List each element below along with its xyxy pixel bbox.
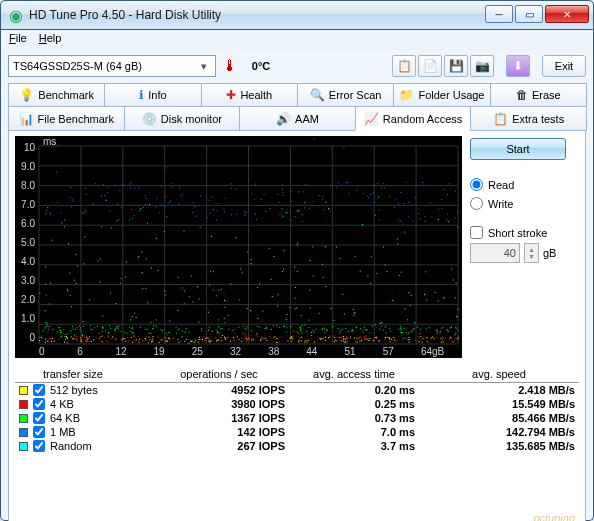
maximize-button[interactable]: ▭ (515, 5, 543, 23)
row-speed: 2.418 MB/s (419, 383, 579, 398)
row-speed: 15.549 MB/s (419, 397, 579, 411)
tab-aam[interactable]: 🔊AAM (239, 107, 356, 131)
row-checkbox[interactable] (33, 412, 45, 424)
svg-rect-805 (116, 220, 117, 221)
svg-rect-698 (70, 197, 71, 198)
svg-rect-785 (39, 293, 40, 294)
svg-rect-821 (141, 252, 142, 253)
svg-rect-931 (164, 231, 165, 232)
svg-rect-714 (270, 208, 271, 209)
device-select[interactable]: TS64GSSD25S-M (64 gB) ▾ (8, 55, 216, 77)
svg-rect-127 (205, 338, 206, 339)
svg-rect-28 (319, 338, 320, 339)
row-checkbox[interactable] (33, 384, 45, 396)
svg-rect-768 (83, 212, 84, 213)
svg-rect-914 (239, 299, 240, 300)
svg-rect-982 (47, 207, 48, 208)
svg-rect-453 (47, 324, 48, 325)
svg-rect-603 (146, 198, 147, 199)
tab-health[interactable]: ✚Health (201, 83, 298, 107)
tab-disk-monitor[interactable]: 💿Disk monitor (124, 107, 241, 131)
svg-rect-719 (346, 182, 347, 183)
stroke-spinner[interactable]: ▲▼ (524, 243, 539, 263)
tab-info[interactable]: ℹInfo (104, 83, 201, 107)
svg-rect-972 (453, 280, 454, 281)
svg-rect-577 (231, 188, 232, 189)
header-speed: avg. speed (419, 366, 579, 383)
svg-rect-780 (286, 319, 287, 320)
refresh-button[interactable]: ⬇ (506, 55, 530, 77)
svg-rect-374 (122, 337, 123, 338)
svg-rect-221 (208, 339, 209, 340)
short-stroke-checkbox[interactable]: Short stroke (470, 226, 568, 239)
x-axis-labels: 06121925323844515764gB (39, 346, 459, 357)
svg-rect-843 (76, 283, 77, 284)
tab-file-benchmark[interactable]: 📊File Benchmark (8, 107, 125, 131)
svg-rect-813 (210, 271, 211, 272)
copy-text-button[interactable]: 📄 (418, 55, 442, 77)
svg-rect-81 (198, 342, 199, 343)
svg-rect-171 (194, 342, 195, 343)
svg-rect-206 (256, 334, 257, 335)
tab-folder-usage[interactable]: 📁Folder Usage (393, 83, 490, 107)
tab-error-scan[interactable]: 🔍Error Scan (297, 83, 394, 107)
svg-rect-278 (346, 336, 347, 337)
row-checkbox[interactable] (33, 426, 45, 438)
svg-rect-292 (415, 340, 416, 341)
svg-rect-694 (373, 192, 374, 193)
tab-random-access[interactable]: 📈Random Access (355, 107, 472, 131)
svg-rect-942 (282, 271, 283, 272)
svg-rect-526 (59, 327, 60, 328)
svg-rect-430 (246, 328, 247, 329)
svg-rect-507 (302, 333, 303, 334)
svg-rect-979 (116, 303, 117, 304)
svg-rect-895 (287, 314, 288, 315)
copy-button[interactable]: 📋 (392, 55, 416, 77)
svg-rect-886 (199, 299, 200, 300)
svg-rect-26 (99, 338, 100, 339)
close-button[interactable]: ✕ (545, 5, 589, 23)
start-button[interactable]: Start (470, 138, 566, 160)
svg-rect-905 (247, 252, 248, 253)
tab-erase[interactable]: 🗑Erase (490, 83, 587, 107)
tab-benchmark[interactable]: 💡Benchmark (8, 83, 105, 107)
svg-rect-444 (448, 331, 449, 332)
svg-rect-379 (363, 332, 364, 333)
svg-rect-233 (307, 333, 308, 334)
save-button[interactable]: 💾 (444, 55, 468, 77)
svg-rect-771 (326, 329, 327, 330)
svg-rect-389 (399, 329, 400, 330)
svg-rect-892 (438, 300, 439, 301)
minimize-button[interactable]: ─ (485, 5, 513, 23)
stroke-value-input[interactable] (470, 243, 520, 263)
svg-rect-517 (242, 333, 243, 334)
svg-rect-200 (132, 342, 133, 343)
svg-rect-622 (258, 205, 259, 206)
exit-button[interactable]: Exit (542, 55, 586, 77)
read-radio[interactable]: Read (470, 178, 568, 191)
tab-extra-tests[interactable]: 📋Extra tests (470, 107, 587, 131)
menu-file[interactable]: File (9, 32, 27, 48)
row-checkbox[interactable] (33, 398, 45, 410)
svg-rect-211 (279, 341, 280, 342)
svg-rect-77 (209, 342, 210, 343)
menu-help[interactable]: Help (39, 32, 62, 48)
svg-rect-864 (156, 319, 157, 320)
svg-rect-611 (298, 191, 299, 192)
svg-rect-357 (124, 339, 125, 340)
svg-rect-355 (226, 338, 227, 339)
svg-rect-544 (362, 331, 363, 332)
results-table: transfer size operations / sec avg. acce… (15, 366, 579, 453)
svg-rect-936 (325, 246, 326, 247)
svg-rect-757 (386, 271, 387, 272)
svg-rect-711 (413, 221, 414, 222)
svg-rect-65 (207, 337, 208, 338)
svg-rect-623 (216, 219, 217, 220)
svg-rect-323 (364, 335, 365, 336)
svg-rect-718 (145, 195, 146, 196)
row-checkbox[interactable] (33, 440, 45, 452)
svg-rect-826 (325, 202, 326, 203)
svg-rect-688 (119, 190, 120, 191)
screenshot-button[interactable]: 📷 (470, 55, 494, 77)
write-radio[interactable]: Write (470, 197, 568, 210)
